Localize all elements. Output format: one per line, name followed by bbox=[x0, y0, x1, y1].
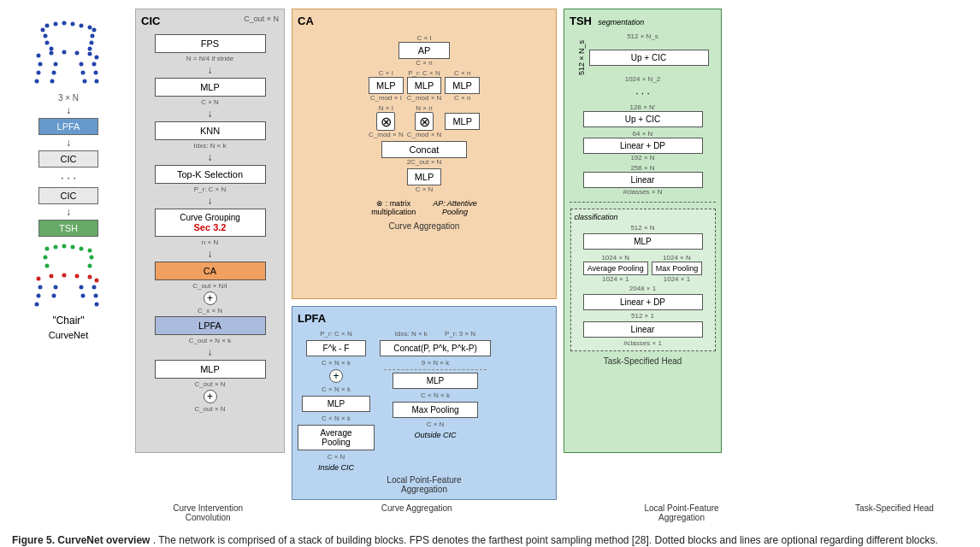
tsh-inner: 512 × N_s 512×N_s Up + CIC 1024 × N_2 · … bbox=[570, 32, 716, 351]
matrix-mult1: ⊗ bbox=[376, 112, 395, 131]
svg-point-18 bbox=[88, 52, 92, 56]
three-n-label: 3 × N bbox=[58, 93, 79, 103]
fk-f-block: F^k - F bbox=[306, 340, 366, 356]
fps-sub: N = N/4 if stride bbox=[186, 55, 233, 62]
mlp-sub1: C × N bbox=[201, 98, 219, 106]
knn-sub: Idxs: N × k bbox=[193, 142, 226, 150]
svg-point-45 bbox=[75, 274, 80, 279]
ca-bottom-label: Curve Aggregation bbox=[287, 503, 546, 522]
svg-point-7 bbox=[41, 28, 45, 32]
svg-point-38 bbox=[44, 256, 48, 260]
svg-point-54 bbox=[54, 285, 58, 290]
svg-point-19 bbox=[95, 56, 99, 60]
tsh-title: TSH bbox=[570, 15, 592, 27]
diagram-area: 3 × N ↓ LPFA ↓ CIC · · · CIC ↓ TSH bbox=[9, 9, 971, 500]
lpfa-sub: C_out × N × k bbox=[189, 337, 231, 344]
outside-cic-label: Outside CIC bbox=[414, 431, 456, 439]
svg-point-14 bbox=[37, 54, 41, 58]
lpfa-panel-title: LPFA bbox=[298, 312, 326, 325]
knn-block: KNN bbox=[155, 121, 266, 140]
lpfa-mlp2: MLP bbox=[393, 373, 478, 389]
svg-point-34 bbox=[62, 244, 67, 249]
svg-point-6 bbox=[92, 28, 97, 32]
svg-point-29 bbox=[81, 71, 86, 75]
lpfa-panel: LPFA P_r: C × N F^k - F C × N × k + C × … bbox=[292, 306, 557, 500]
ca-mlp-row: C × I MLP C_mod × I P_r: C × N MLP C_mod… bbox=[369, 69, 480, 102]
svg-point-9 bbox=[91, 34, 95, 38]
tsh-panel: TSH segmentation 512 × N_s 512×N_s Up + … bbox=[564, 9, 722, 453]
curvenet-label: CurveNet bbox=[49, 330, 88, 340]
svg-point-53 bbox=[95, 303, 99, 307]
lpfa-mlp1: MLP bbox=[302, 396, 370, 412]
tsh-flow-block: TSH bbox=[38, 220, 98, 237]
concat-block: Concat bbox=[381, 141, 467, 158]
ap-block: AP bbox=[398, 42, 450, 59]
svg-point-32 bbox=[45, 247, 50, 251]
bottom-labels-row: Curve InterventionConvolution Curve Aggr… bbox=[9, 503, 971, 522]
svg-point-39 bbox=[90, 256, 94, 260]
cic-panel: CIC C_out × N FPS N = N/4 if stride ↓ ML… bbox=[135, 9, 285, 453]
mlp-sub2: C_out × N bbox=[194, 380, 225, 388]
classification-title: classification bbox=[575, 213, 711, 221]
topk-sub: P_r: C × N bbox=[194, 185, 227, 193]
tsh-bottom-label2: Task-Specified Head bbox=[818, 503, 971, 522]
svg-point-21 bbox=[92, 62, 97, 67]
lpfa-flow-block: LPFA bbox=[38, 118, 98, 135]
matrix-legend-symbol: ⊗ : matrix bbox=[376, 199, 410, 208]
svg-point-52 bbox=[35, 303, 39, 307]
svg-point-56 bbox=[52, 294, 56, 298]
svg-point-11 bbox=[90, 41, 94, 45]
left-panel: 3 × N ↓ LPFA ↓ CIC · · · CIC ↓ TSH bbox=[9, 9, 128, 340]
svg-point-15 bbox=[50, 51, 54, 56]
svg-point-51 bbox=[94, 294, 98, 298]
fps-block: FPS bbox=[155, 34, 266, 53]
chair-bottom-svg bbox=[21, 240, 115, 313]
cic-subtitle: C_out × N bbox=[244, 15, 279, 23]
svg-point-4 bbox=[80, 24, 84, 28]
cx-n-label: C_x × N bbox=[198, 307, 222, 315]
arrow-tsh: ↓ bbox=[66, 206, 71, 218]
chair-bottom-image bbox=[21, 240, 115, 313]
svg-point-22 bbox=[37, 71, 41, 75]
cic-flow-block2: CIC bbox=[38, 187, 98, 204]
svg-point-12 bbox=[50, 47, 54, 51]
svg-point-20 bbox=[38, 62, 43, 67]
matrix-legend: ⊗ : matrix multiplication bbox=[371, 199, 416, 216]
lpfa-block: LPFA bbox=[155, 316, 266, 335]
lpfa-plus: + bbox=[329, 369, 343, 383]
svg-point-57 bbox=[81, 294, 86, 298]
caption-area: Figure 5. CurveNet overview . The networ… bbox=[9, 532, 971, 547]
ca-mlp2: MLP bbox=[407, 77, 442, 94]
512-label: 512×N_s bbox=[577, 40, 586, 75]
block-flow: 3 × N ↓ LPFA ↓ CIC · · · CIC ↓ TSH bbox=[9, 93, 128, 237]
curvenet-bold: CurveNet overview bbox=[57, 534, 150, 546]
svg-point-27 bbox=[80, 62, 84, 67]
ca-mlp6: MLP bbox=[407, 168, 442, 185]
ca-mlp4: MLP bbox=[445, 113, 480, 130]
tsh-mlp: MLP bbox=[583, 233, 703, 250]
svg-point-47 bbox=[95, 279, 99, 283]
svg-point-1 bbox=[54, 22, 58, 26]
ca-panel: CA C × I AP C × n C × I MLP C_mod × I bbox=[292, 9, 557, 299]
svg-point-17 bbox=[75, 51, 80, 56]
ca-mlp3: MLP bbox=[445, 77, 480, 94]
avg-pooling-tsh: Average Pooling bbox=[583, 262, 648, 275]
svg-point-3 bbox=[71, 22, 75, 26]
svg-point-41 bbox=[88, 264, 92, 268]
ca-sub: C_out × N/I bbox=[192, 282, 227, 290]
inside-cic-label: Inside CIC bbox=[318, 463, 354, 472]
avg-pooling-block: Average Pooling bbox=[298, 425, 375, 450]
ca-lpfa-container: CA C × I AP C × n C × I MLP C_mod × I bbox=[292, 9, 557, 500]
ap-sub2: C × n bbox=[416, 59, 432, 67]
svg-point-8 bbox=[44, 34, 48, 38]
svg-point-44 bbox=[62, 274, 67, 278]
curve-grouping-label: Curve Grouping bbox=[180, 213, 240, 222]
ca-block: CA bbox=[155, 262, 266, 280]
ca-mlp1: MLP bbox=[369, 77, 404, 94]
max-pooling-block: Max Pooling bbox=[393, 402, 478, 418]
linear-dp1: Linear + DP bbox=[583, 138, 703, 154]
cic-flow-block1: CIC bbox=[38, 150, 98, 168]
svg-point-31 bbox=[83, 79, 87, 84]
svg-point-42 bbox=[37, 277, 41, 281]
linear1: Linear bbox=[583, 172, 703, 188]
